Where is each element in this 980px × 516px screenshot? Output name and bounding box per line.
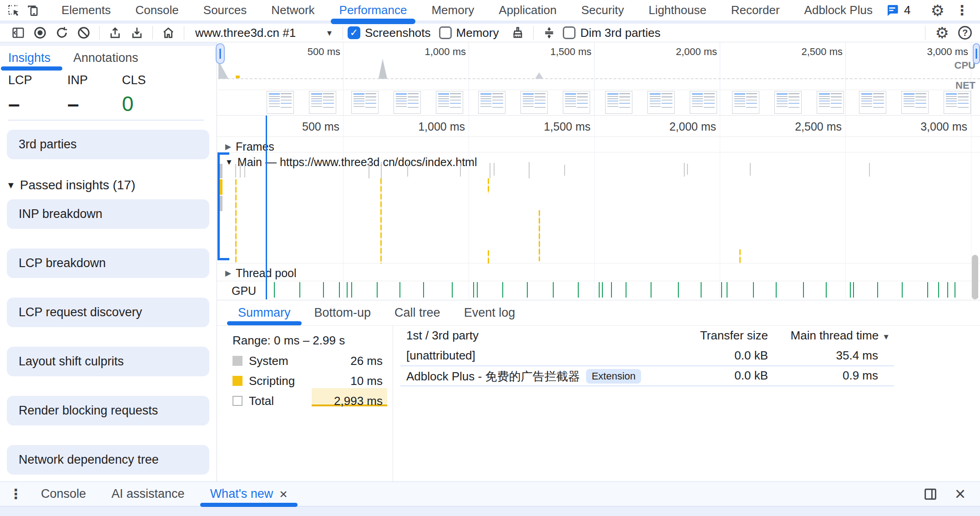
panel-settings-gear-icon[interactable]: ⚙	[930, 24, 955, 42]
drawer-bar: ⋮ ConsoleAI assistanceWhat's new× ×	[0, 481, 980, 506]
insight-card-render-blocking-requests[interactable]: Render blocking requests	[7, 396, 209, 425]
col-header-transfer-size[interactable]: Transfer size	[700, 329, 768, 343]
drawer-more-icon[interactable]: ⋮	[4, 486, 28, 502]
upload-profile-icon[interactable]	[108, 26, 122, 40]
tab-sources[interactable]: Sources	[191, 0, 259, 20]
close-drawer-icon[interactable]: ×	[950, 484, 971, 504]
device-toolbar-icon[interactable]	[25, 3, 40, 18]
help-icon[interactable]: ?	[958, 26, 972, 40]
tab-console[interactable]: Console	[123, 0, 191, 20]
filmstrip-thumbnail[interactable]	[817, 91, 844, 114]
tab-network[interactable]: Network	[259, 0, 327, 20]
metric-value-lcp: –	[8, 91, 20, 116]
party-name: [unattributed]	[406, 349, 475, 362]
dim-3rd-parties-label: Dim 3rd parties	[580, 26, 660, 40]
clear-icon[interactable]	[77, 26, 91, 40]
legend-label: Scripting	[249, 374, 295, 388]
filmstrip-thumbnail[interactable]	[394, 91, 421, 114]
drawer-tab-label: AI assistance	[111, 487, 185, 501]
overview-left-handle[interactable]	[216, 43, 225, 64]
toggle-sidebar-icon[interactable]	[11, 26, 25, 40]
close-devtools-icon[interactable]: ×	[975, 0, 980, 20]
drawer-tab-console[interactable]: Console	[28, 482, 99, 506]
tab-elements[interactable]: Elements	[49, 0, 123, 20]
screenshots-checkbox[interactable]: ✓	[348, 26, 360, 39]
main-task-tick	[750, 163, 751, 176]
dim-3rd-parties-checkbox[interactable]	[563, 26, 576, 39]
download-profile-icon[interactable]	[130, 26, 144, 40]
filmstrip-thumbnail[interactable]	[478, 91, 505, 114]
gpu-activity-tick	[502, 282, 503, 298]
timeline-overview[interactable]: 500 ms1,000 ms1,500 ms2,000 ms2,500 ms3,…	[217, 42, 980, 115]
filmstrip-thumbnail[interactable]	[520, 91, 548, 114]
col-header-main-thread-time[interactable]: Main thread time▼	[791, 329, 890, 343]
reload-record-icon[interactable]	[55, 26, 69, 40]
table-row: [unattributed]0.0 kB35.4 ms	[400, 347, 894, 366]
filmstrip-thumbnail[interactable]	[351, 91, 379, 114]
memory-checkbox[interactable]	[439, 26, 452, 39]
filmstrip-thumbnail[interactable]	[944, 91, 971, 114]
insight-card-lcp-request-discovery[interactable]: LCP request discovery	[7, 298, 209, 327]
drawer-tab-ai-assistance[interactable]: AI assistance	[99, 482, 197, 506]
track-thread-pool[interactable]: ▶Thread pool	[225, 267, 297, 280]
drawer-tab-what-s-new[interactable]: What's new×	[197, 482, 300, 506]
details-tab-event-log[interactable]: Event log	[452, 300, 527, 325]
filmstrip-thumbnail[interactable]	[859, 91, 886, 114]
tab-application[interactable]: Application	[486, 0, 569, 20]
filmstrip-thumbnail[interactable]	[732, 91, 759, 114]
tab-performance[interactable]: Performance	[327, 0, 419, 20]
tab-lighthouse[interactable]: Lighthouse	[636, 0, 718, 20]
filmstrip-thumbnail[interactable]	[690, 91, 717, 114]
details-tab-summary[interactable]: Summary	[226, 300, 303, 325]
gpu-activity-tick	[527, 282, 528, 298]
insight-card-label: 3rd parties	[19, 137, 77, 152]
divider	[8, 120, 204, 121]
message-count[interactable]: 4	[904, 3, 910, 17]
more-menu-icon[interactable]: ⋮	[950, 2, 975, 18]
sidebar-tab-annotations[interactable]: Annotations	[73, 46, 138, 70]
filmstrip-thumbnail[interactable]	[605, 91, 632, 114]
flamechart-tracks[interactable]: 500 ms1,000 ms1,500 ms2,000 ms2,500 ms3,…	[217, 116, 980, 299]
cell-transfer-size: 0.0 kB	[734, 349, 768, 363]
dock-panel-icon[interactable]	[923, 487, 938, 501]
filmstrip-thumbnail[interactable]	[647, 91, 675, 114]
insight-card-3rd-parties[interactable]: 3rd parties	[7, 130, 209, 159]
gpu-activity-tick	[727, 282, 727, 298]
divider	[217, 281, 980, 281]
garbage-collect-icon[interactable]	[511, 26, 525, 40]
gpu-activity-tick	[599, 282, 600, 298]
settings-gear-icon[interactable]: ⚙	[925, 1, 950, 20]
tab-memory[interactable]: Memory	[419, 0, 486, 20]
details-tab-bottom-up[interactable]: Bottom-up	[303, 300, 383, 325]
track-scrollbar-thumb[interactable]	[972, 255, 978, 299]
filmstrip-thumbnail[interactable]	[774, 91, 802, 114]
overview-right-handle[interactable]	[973, 43, 980, 64]
tab-recorder[interactable]: Recorder	[719, 0, 792, 20]
passed-insights-section[interactable]: ▼ Passed insights (17)	[6, 178, 135, 192]
legend-value: 26 ms	[350, 354, 383, 368]
home-icon[interactable]	[162, 26, 175, 40]
legend-swatch	[232, 396, 242, 406]
insight-card-layout-shift-culprits[interactable]: Layout shift culprits	[7, 347, 209, 376]
insight-card-lcp-breakdown[interactable]: LCP breakdown	[7, 248, 209, 278]
target-select[interactable]: www.three3d.cn #1 ▾	[195, 26, 332, 40]
track-main[interactable]: ▼Main — https://www.three3d.cn/docs/inde…	[225, 156, 477, 169]
filmstrip-thumbnail[interactable]	[267, 91, 294, 114]
filmstrip-thumbnail[interactable]	[901, 91, 929, 114]
insight-card-network-dependency-tree[interactable]: Network dependency tree	[7, 445, 209, 475]
sidebar-tab-insights[interactable]: Insights	[8, 46, 51, 70]
record-icon[interactable]	[33, 26, 47, 40]
filmstrip-thumbnail[interactable]	[436, 91, 463, 114]
close-tab-icon[interactable]: ×	[279, 486, 288, 502]
col-header-party[interactable]: 1st / 3rd party	[406, 329, 479, 343]
tab-security[interactable]: Security	[569, 0, 636, 20]
filmstrip-thumbnail[interactable]	[309, 91, 336, 114]
tab-adblock-plus[interactable]: Adblock Plus	[792, 0, 885, 20]
insight-card-inp-breakdown[interactable]: INP breakdown	[7, 199, 209, 229]
inspect-icon[interactable]	[6, 3, 21, 18]
details-tab-call-tree[interactable]: Call tree	[383, 300, 452, 325]
messages-icon[interactable]	[885, 3, 899, 18]
main-scripting-tick	[739, 249, 741, 264]
collapse-tracks-icon[interactable]	[542, 26, 556, 40]
filmstrip-thumbnail[interactable]	[563, 91, 590, 114]
